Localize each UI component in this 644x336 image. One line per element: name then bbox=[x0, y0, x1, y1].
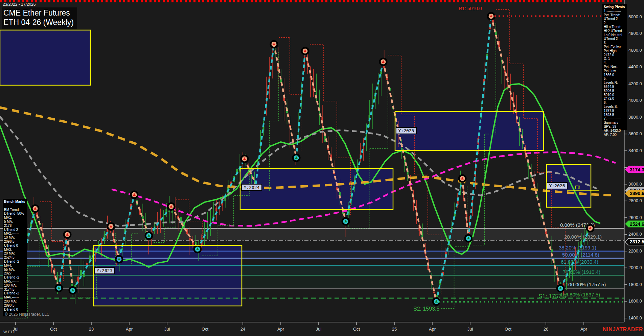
candle-body bbox=[207, 226, 208, 228]
panel-line: 1757.5 bbox=[604, 109, 626, 113]
fib-label: 50.00% (2114.8) bbox=[562, 252, 599, 258]
date-range-label: 23/2022 - 17/2026 bbox=[3, 2, 36, 7]
panel-line: UTrend 2 bbox=[4, 228, 26, 232]
panel-line: 2096.5 bbox=[4, 240, 26, 244]
panel-line: Lo:0 Neutral bbox=[604, 33, 626, 37]
series-interval: ETH 04-26 (Weekly) bbox=[3, 18, 74, 27]
panel-line: Summary bbox=[604, 121, 626, 125]
panel-line: 5 MA: bbox=[4, 220, 26, 224]
price-tick-label: 4400.0 bbox=[628, 64, 642, 69]
time-tick-label: Jul bbox=[467, 327, 473, 332]
panel-line: AR: 1432.0 bbox=[604, 129, 626, 133]
price-tick-label: 1400.0 bbox=[628, 315, 642, 320]
time-tick-label: Apr bbox=[126, 327, 133, 332]
price-tick-label: 5000.0 bbox=[628, 14, 642, 19]
panel-line: 7.------------- bbox=[604, 117, 626, 121]
price-tick-label: 2600.0 bbox=[628, 215, 642, 220]
panel-line: MA4.------ bbox=[4, 264, 26, 268]
candle-body bbox=[433, 292, 435, 293]
price-tick-label: 3800.0 bbox=[628, 115, 642, 120]
price-tick-label: 1600.0 bbox=[628, 298, 642, 304]
year-chip-label: Y:2026 bbox=[549, 183, 565, 188]
panel-line: 100 MA: bbox=[4, 284, 26, 288]
trail-step-up bbox=[441, 185, 467, 308]
panel-line: SP's: 39 bbox=[604, 125, 626, 129]
candle-body bbox=[380, 71, 382, 74]
chart-canvas[interactable]: 0.00% (2472.0)20.00% (2329.1)38.20% (219… bbox=[0, 0, 644, 336]
panel-line: 5644.5 bbox=[604, 85, 626, 89]
panel-line: 2524.5 bbox=[4, 256, 26, 260]
zigzag-down-segment bbox=[274, 44, 296, 158]
panel-line: 1593.5 bbox=[604, 113, 626, 117]
price-tick-label: 3600.0 bbox=[628, 131, 642, 136]
panel-line: Levels S: bbox=[604, 105, 626, 109]
panel-line: MA2.------ bbox=[4, 232, 26, 236]
panel-line: 5.------------- bbox=[604, 77, 626, 81]
time-tick-label: 25 bbox=[392, 327, 397, 332]
time-tick-label: Oct bbox=[353, 327, 360, 332]
price-tick-label: 4000.0 bbox=[628, 98, 642, 103]
panel-line: 3.------------- bbox=[604, 41, 626, 45]
panel-line: Pvt. Evolve: bbox=[604, 45, 626, 49]
year-range-fill bbox=[0, 30, 90, 85]
year-chip-label: Y:2024 bbox=[244, 185, 260, 190]
panel-line: 2472.0 bbox=[604, 97, 626, 101]
price-tick-label: 2400.0 bbox=[628, 232, 642, 237]
panel-line: UTrend 0 bbox=[4, 244, 26, 248]
panel-line: D: 1 bbox=[604, 57, 626, 61]
panel-line: Pvt Low bbox=[604, 69, 626, 73]
panel-line: MA5.------ bbox=[4, 280, 26, 284]
price-tag-value: 2890.6 bbox=[630, 191, 644, 196]
fib-label: 100.00% (1757.5) bbox=[566, 282, 606, 287]
swing-pivots-lines: 1.-------------Pvt. Trend:UTrend 22.----… bbox=[604, 9, 626, 137]
ninjatrader-logo: NINJATRADER bbox=[603, 327, 643, 333]
price-tick-label: 2000.0 bbox=[628, 265, 642, 270]
time-tick-label: Oct bbox=[50, 327, 57, 332]
panel-line: DTrend -50% bbox=[4, 212, 26, 216]
panel-line: MA1.------ bbox=[4, 216, 26, 220]
s1-label: S1: 1757.5 bbox=[538, 293, 566, 299]
panel-line: DTrend 0 bbox=[4, 308, 26, 312]
candle-body bbox=[80, 270, 82, 276]
time-tick-label: Apr bbox=[429, 327, 436, 332]
time-tick-label: Apr bbox=[277, 327, 284, 332]
price-tick-label: 4200.0 bbox=[628, 81, 642, 86]
panel-line: MA6.------ bbox=[4, 295, 26, 299]
candle-body bbox=[533, 181, 535, 184]
tab-w-eth[interactable]: W ETH bbox=[3, 330, 15, 334]
bench-marks-panel: Bench Marks ------------BM Trend:DTrend … bbox=[3, 199, 27, 316]
time-tick-label: 26 bbox=[544, 327, 548, 332]
time-tick-label: Oct bbox=[202, 327, 209, 332]
panel-line: 20 MA: bbox=[4, 251, 26, 256]
panel-line: 3174.5 bbox=[4, 288, 26, 292]
panel-line: 2927 bbox=[4, 271, 26, 275]
fib-label: 61.80% (2030.4) bbox=[561, 259, 598, 265]
instrument-name: CME Ether Futures bbox=[3, 8, 74, 18]
chart-window: 0.00% (2472.0)20.00% (2329.1)38.20% (219… bbox=[0, 0, 644, 336]
s2-label: S2: 1593.5 bbox=[413, 306, 440, 312]
chart-title: CME Ether Futures ETH 04-26 (Weekly) bbox=[2, 7, 77, 29]
panel-line: 2472.0 bbox=[604, 53, 626, 57]
pivot-markers bbox=[32, 13, 594, 305]
panel-line: 1.------------- bbox=[604, 9, 626, 13]
panel-line: 200 MA: bbox=[4, 299, 26, 304]
panel-line: Levels R: bbox=[604, 81, 626, 85]
time-tick-label: Jul bbox=[164, 327, 170, 332]
panel-line: Pvt. Next: bbox=[604, 65, 626, 69]
panel-line: 2.------------- bbox=[604, 21, 626, 25]
trail-step-down bbox=[388, 55, 441, 295]
swing-pivots-panel: Swing Pivots 1.-------------Pvt. Trend:U… bbox=[602, 4, 627, 130]
panel-line: 5206.5 bbox=[604, 89, 626, 93]
panel-line: Pvt. Trend: bbox=[604, 13, 626, 17]
price-tick-label: 2200.0 bbox=[628, 248, 642, 254]
fib-label: 20.00% (2329.1) bbox=[564, 234, 602, 240]
time-tick-label: 24 bbox=[240, 327, 245, 332]
r1-label: R1: 5010.0 bbox=[459, 6, 482, 11]
time-tick-label: 23 bbox=[89, 327, 94, 332]
panel-line: UTrend 2 bbox=[604, 37, 626, 41]
panel-line: DTrend -2 bbox=[4, 260, 26, 264]
panel-line: Pvt High bbox=[604, 49, 626, 53]
copyright-label: © 2026 NinjaTrader, LLC bbox=[5, 312, 49, 317]
panel-line: AF: 7.00 bbox=[604, 133, 626, 137]
panel-line: 10 MA: bbox=[4, 236, 26, 240]
